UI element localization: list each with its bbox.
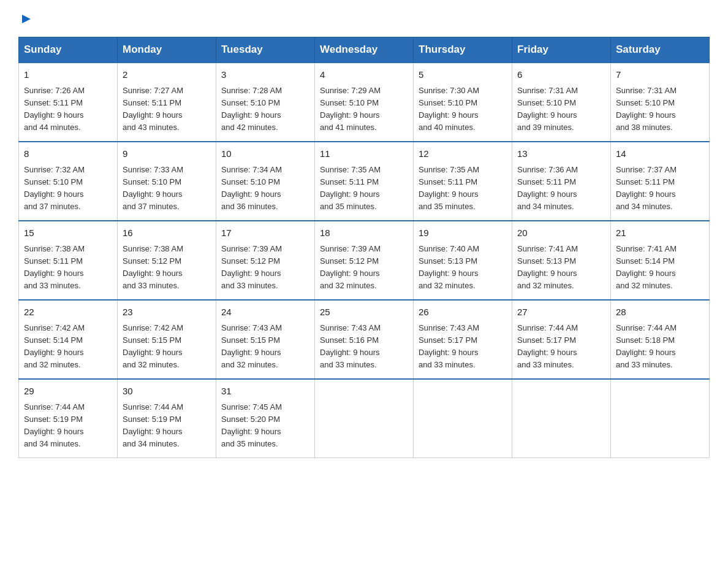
day-info: Sunrise: 7:32 AMSunset: 5:10 PMDaylight:… — [24, 165, 85, 211]
calendar-cell: 18 Sunrise: 7:39 AMSunset: 5:12 PMDaylig… — [315, 221, 414, 300]
day-number: 24 — [221, 305, 309, 320]
day-info: Sunrise: 7:36 AMSunset: 5:11 PMDaylight:… — [517, 165, 578, 211]
day-header-monday: Monday — [118, 37, 216, 63]
calendar-cell: 8 Sunrise: 7:32 AMSunset: 5:10 PMDayligh… — [19, 142, 118, 221]
calendar-cell: 9 Sunrise: 7:33 AMSunset: 5:10 PMDayligh… — [118, 142, 216, 221]
day-info: Sunrise: 7:41 AMSunset: 5:14 PMDaylight:… — [616, 244, 677, 290]
calendar-week-row: 15 Sunrise: 7:38 AMSunset: 5:11 PMDaylig… — [19, 221, 710, 300]
day-number: 21 — [616, 226, 704, 240]
day-info: Sunrise: 7:43 AMSunset: 5:16 PMDaylight:… — [320, 323, 381, 369]
day-info: Sunrise: 7:39 AMSunset: 5:12 PMDaylight:… — [320, 244, 381, 290]
calendar-cell: 21 Sunrise: 7:41 AMSunset: 5:14 PMDaylig… — [611, 221, 710, 300]
day-number: 2 — [123, 68, 211, 82]
day-info: Sunrise: 7:38 AMSunset: 5:12 PMDaylight:… — [123, 244, 183, 290]
day-info: Sunrise: 7:41 AMSunset: 5:13 PMDaylight:… — [517, 244, 578, 290]
calendar-cell: 22 Sunrise: 7:42 AMSunset: 5:14 PMDaylig… — [19, 300, 118, 379]
calendar-cell: 14 Sunrise: 7:37 AMSunset: 5:11 PMDaylig… — [611, 142, 710, 221]
calendar-cell: 29 Sunrise: 7:44 AMSunset: 5:19 PMDaylig… — [19, 379, 118, 458]
day-number: 29 — [24, 385, 112, 399]
day-number: 13 — [517, 147, 605, 161]
calendar-week-row: 1 Sunrise: 7:26 AMSunset: 5:11 PMDayligh… — [19, 63, 710, 142]
calendar-cell: 16 Sunrise: 7:38 AMSunset: 5:12 PMDaylig… — [118, 221, 216, 300]
calendar-cell: 11 Sunrise: 7:35 AMSunset: 5:11 PMDaylig… — [315, 142, 414, 221]
calendar-cell: 30 Sunrise: 7:44 AMSunset: 5:19 PMDaylig… — [118, 379, 216, 458]
calendar-cell: 3 Sunrise: 7:28 AMSunset: 5:10 PMDayligh… — [216, 63, 315, 142]
day-info: Sunrise: 7:40 AMSunset: 5:13 PMDaylight:… — [419, 244, 479, 290]
day-number: 26 — [419, 305, 507, 320]
day-number: 19 — [419, 226, 507, 240]
day-info: Sunrise: 7:45 AMSunset: 5:20 PMDaylight:… — [221, 402, 282, 448]
day-number: 17 — [221, 226, 309, 240]
calendar-cell: 4 Sunrise: 7:29 AMSunset: 5:10 PMDayligh… — [315, 63, 414, 142]
day-number: 23 — [123, 305, 211, 320]
day-header-tuesday: Tuesday — [216, 37, 315, 63]
day-number: 1 — [24, 68, 112, 82]
day-info: Sunrise: 7:31 AMSunset: 5:10 PMDaylight:… — [517, 86, 578, 132]
day-number: 15 — [24, 226, 112, 240]
day-number: 14 — [616, 147, 704, 161]
calendar-cell: 19 Sunrise: 7:40 AMSunset: 5:13 PMDaylig… — [414, 221, 512, 300]
day-info: Sunrise: 7:44 AMSunset: 5:19 PMDaylight:… — [123, 402, 183, 448]
calendar-cell: 27 Sunrise: 7:44 AMSunset: 5:17 PMDaylig… — [512, 300, 611, 379]
calendar-cell — [315, 379, 414, 458]
day-number: 7 — [616, 68, 704, 82]
day-number: 11 — [320, 147, 408, 161]
day-number: 10 — [221, 147, 309, 161]
day-info: Sunrise: 7:31 AMSunset: 5:10 PMDaylight:… — [616, 86, 677, 132]
calendar-cell — [512, 379, 611, 458]
svg-marker-0 — [22, 15, 31, 23]
day-info: Sunrise: 7:37 AMSunset: 5:11 PMDaylight:… — [616, 165, 677, 211]
day-info: Sunrise: 7:35 AMSunset: 5:11 PMDaylight:… — [419, 165, 479, 211]
day-info: Sunrise: 7:35 AMSunset: 5:11 PMDaylight:… — [320, 165, 381, 211]
day-number: 8 — [24, 147, 112, 161]
day-header-saturday: Saturday — [611, 37, 710, 63]
calendar-cell: 23 Sunrise: 7:42 AMSunset: 5:15 PMDaylig… — [118, 300, 216, 379]
day-header-wednesday: Wednesday — [315, 37, 414, 63]
calendar-week-row: 22 Sunrise: 7:42 AMSunset: 5:14 PMDaylig… — [19, 300, 710, 379]
day-header-friday: Friday — [512, 37, 611, 63]
day-info: Sunrise: 7:34 AMSunset: 5:10 PMDaylight:… — [221, 165, 282, 211]
day-number: 27 — [517, 305, 605, 320]
day-number: 9 — [123, 147, 211, 161]
calendar-cell: 10 Sunrise: 7:34 AMSunset: 5:10 PMDaylig… — [216, 142, 315, 221]
day-number: 18 — [320, 226, 408, 240]
calendar-cell: 28 Sunrise: 7:44 AMSunset: 5:18 PMDaylig… — [611, 300, 710, 379]
calendar-table: SundayMondayTuesdayWednesdayThursdayFrid… — [18, 37, 710, 458]
calendar-cell: 25 Sunrise: 7:43 AMSunset: 5:16 PMDaylig… — [315, 300, 414, 379]
day-number: 4 — [320, 68, 408, 82]
day-info: Sunrise: 7:27 AMSunset: 5:11 PMDaylight:… — [123, 86, 183, 132]
day-number: 20 — [517, 226, 605, 240]
logo — [18, 12, 33, 26]
day-info: Sunrise: 7:42 AMSunset: 5:14 PMDaylight:… — [24, 323, 85, 369]
day-info: Sunrise: 7:29 AMSunset: 5:10 PMDaylight:… — [320, 86, 381, 132]
calendar-cell: 6 Sunrise: 7:31 AMSunset: 5:10 PMDayligh… — [512, 63, 611, 142]
calendar-cell: 5 Sunrise: 7:30 AMSunset: 5:10 PMDayligh… — [414, 63, 512, 142]
calendar-cell: 20 Sunrise: 7:41 AMSunset: 5:13 PMDaylig… — [512, 221, 611, 300]
day-info: Sunrise: 7:39 AMSunset: 5:12 PMDaylight:… — [221, 244, 282, 290]
day-number: 6 — [517, 68, 605, 82]
day-number: 30 — [123, 385, 211, 399]
day-header-thursday: Thursday — [414, 37, 512, 63]
calendar-cell: 12 Sunrise: 7:35 AMSunset: 5:11 PMDaylig… — [414, 142, 512, 221]
calendar-cell: 13 Sunrise: 7:36 AMSunset: 5:11 PMDaylig… — [512, 142, 611, 221]
calendar-cell: 2 Sunrise: 7:27 AMSunset: 5:11 PMDayligh… — [118, 63, 216, 142]
day-info: Sunrise: 7:42 AMSunset: 5:15 PMDaylight:… — [123, 323, 183, 369]
calendar-cell — [611, 379, 710, 458]
calendar-week-row: 8 Sunrise: 7:32 AMSunset: 5:10 PMDayligh… — [19, 142, 710, 221]
day-info: Sunrise: 7:44 AMSunset: 5:17 PMDaylight:… — [517, 323, 578, 369]
day-info: Sunrise: 7:28 AMSunset: 5:10 PMDaylight:… — [221, 86, 282, 132]
calendar-cell: 7 Sunrise: 7:31 AMSunset: 5:10 PMDayligh… — [611, 63, 710, 142]
day-number: 12 — [419, 147, 507, 161]
day-info: Sunrise: 7:43 AMSunset: 5:15 PMDaylight:… — [221, 323, 282, 369]
calendar-cell: 31 Sunrise: 7:45 AMSunset: 5:20 PMDaylig… — [216, 379, 315, 458]
day-info: Sunrise: 7:44 AMSunset: 5:18 PMDaylight:… — [616, 323, 677, 369]
day-number: 5 — [419, 68, 507, 82]
calendar-cell: 17 Sunrise: 7:39 AMSunset: 5:12 PMDaylig… — [216, 221, 315, 300]
logo-arrow-icon — [20, 12, 33, 26]
day-info: Sunrise: 7:38 AMSunset: 5:11 PMDaylight:… — [24, 244, 85, 290]
calendar-header-row: SundayMondayTuesdayWednesdayThursdayFrid… — [19, 37, 710, 63]
calendar-cell: 26 Sunrise: 7:43 AMSunset: 5:17 PMDaylig… — [414, 300, 512, 379]
day-number: 3 — [221, 68, 309, 82]
day-number: 31 — [221, 385, 309, 399]
day-number: 28 — [616, 305, 704, 320]
